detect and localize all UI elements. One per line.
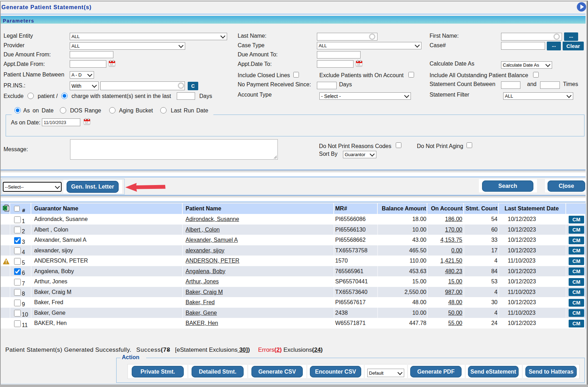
svg-text:12: 12	[357, 63, 360, 66]
svg-text:12: 12	[110, 63, 113, 66]
svg-text:12: 12	[85, 121, 88, 124]
